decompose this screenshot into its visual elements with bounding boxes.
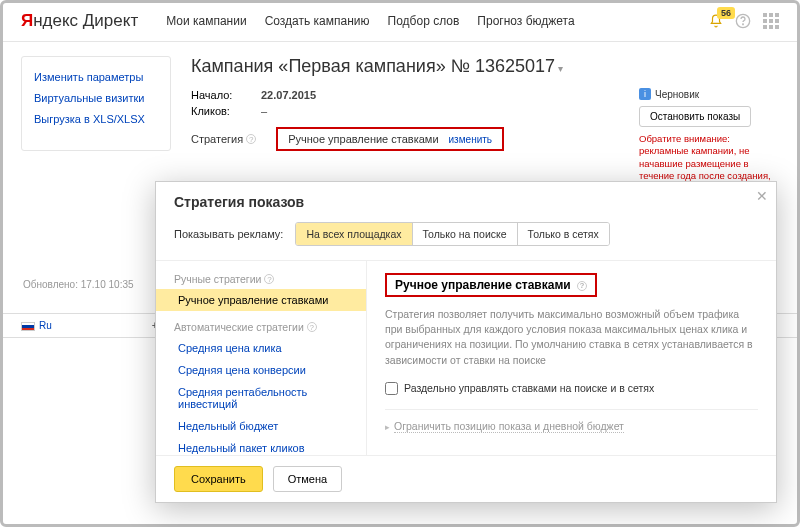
- cancel-button[interactable]: Отмена: [273, 466, 342, 492]
- apps-grid-icon[interactable]: [763, 13, 779, 29]
- strategy-label: Стратегия: [191, 133, 243, 145]
- strategy-item-weekly-budget[interactable]: Недельный бюджет: [174, 415, 366, 437]
- strategy-value-box: Ручное управление ставками изменить: [276, 127, 504, 151]
- sidebar-link-export[interactable]: Выгрузка в XLS/XLSX: [34, 113, 145, 125]
- group-manual-label: Ручные стратегии: [174, 273, 261, 285]
- sidebar-link-vcards[interactable]: Виртуальные визитки: [34, 92, 145, 104]
- logo-text2: Директ: [78, 11, 138, 30]
- segment-search[interactable]: Только на поиске: [413, 223, 518, 245]
- flag-ru-icon: [21, 322, 35, 331]
- nav-budget-forecast[interactable]: Прогноз бюджета: [477, 14, 574, 28]
- placement-segmented: На всех площадках Только на поиске Тольк…: [295, 222, 609, 246]
- strategy-item-manual-bids[interactable]: Ручное управление ставками: [156, 289, 366, 311]
- strategy-detail: Ручное управление ставками ? Стратегия п…: [366, 261, 776, 455]
- separate-bids-row[interactable]: Раздельно управлять ставками на поиске и…: [385, 382, 758, 395]
- nav-keyword-tool[interactable]: Подбор слов: [388, 14, 460, 28]
- save-button[interactable]: Сохранить: [174, 466, 263, 492]
- draft-status-text: Черновик: [655, 89, 699, 100]
- stop-shows-button[interactable]: Остановить показы: [639, 106, 751, 127]
- detail-title: Ручное управление ставками ?: [385, 273, 597, 297]
- clicks-value: –: [261, 105, 267, 117]
- start-label: Начало:: [191, 89, 261, 101]
- segment-all[interactable]: На всех площадках: [296, 223, 412, 245]
- help-icon[interactable]: [735, 13, 751, 29]
- segment-networks[interactable]: Только в сетях: [518, 223, 609, 245]
- lang-label: Ru: [39, 320, 52, 331]
- campaign-title: Кампания «Первая кампания» № 13625017 ▾: [191, 56, 779, 77]
- modal-title: Стратегия показов: [174, 194, 758, 210]
- draft-status-icon: i: [639, 88, 651, 100]
- strategy-item-weekly-clicks[interactable]: Недельный пакет кликов: [174, 437, 366, 455]
- notifications-icon[interactable]: 56: [709, 13, 723, 29]
- modal-close-icon[interactable]: ✕: [756, 188, 768, 204]
- svg-point-1: [743, 24, 744, 25]
- notifications-badge: 56: [717, 7, 735, 19]
- detail-description: Стратегия позволяет получить максимально…: [385, 307, 758, 368]
- title-name: Первая кампания: [288, 56, 435, 76]
- lang-switch[interactable]: Ru: [21, 320, 52, 331]
- expand-arrow-icon: ▸: [385, 422, 390, 432]
- separate-bids-label: Раздельно управлять ставками на поиске и…: [404, 382, 654, 394]
- separate-bids-checkbox[interactable]: [385, 382, 398, 395]
- clicks-label: Кликов:: [191, 105, 261, 117]
- detail-help-icon[interactable]: ?: [577, 281, 587, 291]
- group-auto-help-icon[interactable]: ?: [307, 322, 317, 332]
- title-prefix: Кампания «: [191, 56, 288, 76]
- limit-position-link[interactable]: Ограничить позицию показа и дневной бюдж…: [394, 420, 624, 433]
- detail-title-text: Ручное управление ставками: [395, 278, 571, 292]
- title-suffix: » № 13625017: [436, 56, 555, 76]
- strategy-change-link[interactable]: изменить: [449, 134, 493, 145]
- main-nav: Мои кампании Создать кампанию Подбор сло…: [166, 14, 574, 28]
- updated-stamp: Обновлено: 17.10 10:35: [23, 279, 134, 290]
- logo-red: Я: [21, 11, 33, 30]
- strategy-value: Ручное управление ставками: [288, 133, 438, 145]
- strategy-list: Ручные стратегии? Ручное управление став…: [156, 261, 366, 455]
- strategy-item-avg-roi[interactable]: Средняя рентабельность инвестиций: [174, 381, 366, 415]
- sidebar: Изменить параметры Виртуальные визитки В…: [21, 56, 171, 151]
- main-content: Кампания «Первая кампания» № 13625017 ▾ …: [191, 56, 779, 151]
- title-dropdown-icon[interactable]: ▾: [555, 63, 563, 74]
- nav-create-campaign[interactable]: Создать кампанию: [265, 14, 370, 28]
- logo[interactable]: Яндекс Директ: [21, 11, 138, 31]
- nav-my-campaigns[interactable]: Мои кампании: [166, 14, 246, 28]
- show-ads-label: Показывать рекламу:: [174, 228, 283, 240]
- app-header: Яндекс Директ Мои кампании Создать кампа…: [3, 3, 797, 42]
- strategy-item-avg-cpa[interactable]: Средняя цена конверсии: [174, 359, 366, 381]
- group-auto-label: Автоматические стратегии: [174, 321, 304, 333]
- group-manual-help-icon[interactable]: ?: [264, 274, 274, 284]
- start-value: 22.07.2015: [261, 89, 316, 101]
- sidebar-link-params[interactable]: Изменить параметры: [34, 71, 143, 83]
- strategy-modal: ✕ Стратегия показов Показывать рекламу: …: [155, 181, 777, 503]
- modal-footer: Сохранить Отмена: [156, 455, 776, 502]
- strategy-help-icon[interactable]: ?: [246, 134, 256, 144]
- logo-text1: ндекс: [33, 11, 78, 30]
- strategy-item-avg-cpc[interactable]: Средняя цена клика: [174, 337, 366, 359]
- campaign-status-block: i Черновик Остановить показы Обратите вн…: [639, 88, 779, 195]
